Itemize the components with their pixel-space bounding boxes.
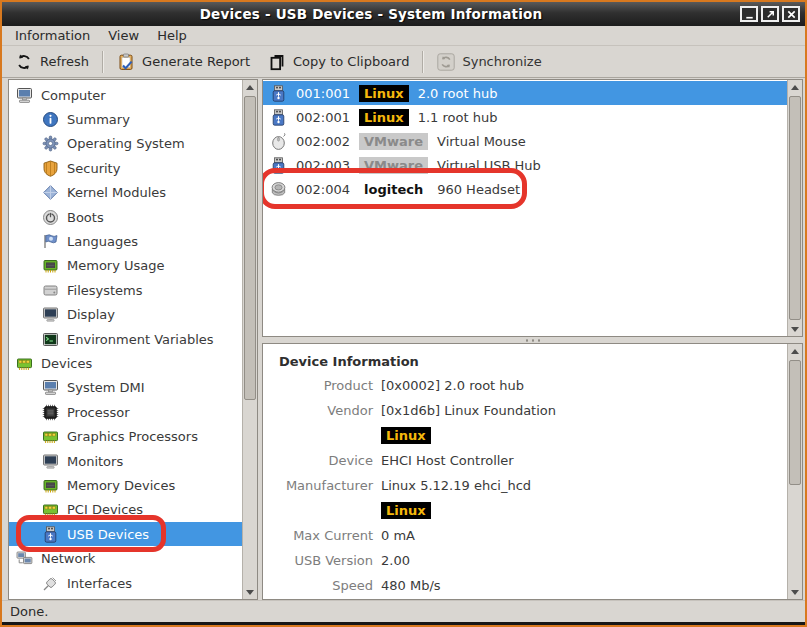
sidebar-item-devices[interactable]: Devices [9,351,242,375]
sidebar-item-label: Memory Devices [67,478,175,493]
info-row-manufacturer: ManufacturerLinux 5.12.19 ehci_hcd [263,473,787,498]
sidebar-item-label: Kernel Modules [67,185,166,200]
scroll-track[interactable] [788,94,802,322]
computer-icon [16,87,33,104]
scroll-thumb[interactable] [244,96,256,400]
sidebar-item-boots[interactable]: Boots [9,205,242,229]
toolbar-button-label: Copy to Clipboard [293,54,409,69]
sidebar-item-label: PCI Devices [67,502,143,517]
computer-icon [42,379,59,396]
sidebar-item-pci-devices[interactable]: PCI Devices [9,498,242,522]
toolbar-separator [102,51,104,73]
sidebar-item-display[interactable]: Display [9,303,242,327]
sidebar-item-processor[interactable]: Processor [9,400,242,424]
sidebar-item-label: Operating System [67,136,185,151]
sidebar-item-languages[interactable]: Languages [9,229,242,253]
toolbar: RefreshGenerate ReportCopy to ClipboardS… [2,46,805,78]
usb-device-name: 2.0 root hub [418,86,498,101]
usb-list-panel: 001:001Linux2.0 root hub002:001Linux1.1 … [262,79,803,337]
usb-list-row-002-001[interactable]: 002:001Linux1.1 root hub [263,105,787,129]
info-row-max-current: Max Current0 mA [263,523,787,548]
mouse-icon [270,133,287,150]
vendor-badge: Linux [381,502,431,519]
toolbar-separator [422,51,424,73]
window-controls [740,6,800,22]
scroll-track[interactable] [788,358,802,585]
minimize-button[interactable] [740,6,758,22]
scroll-down-arrow[interactable] [243,585,257,599]
card-green-icon [16,355,33,372]
usb-list-row-001-001[interactable]: 001:001Linux2.0 root hub [263,81,787,105]
info-field-value: Linux 5.12.19 ehci_hcd [381,478,531,493]
sidebar-item-memory-devices[interactable]: Memory Devices [9,473,242,497]
usb-device-list: 001:001Linux2.0 root hub002:001Linux1.1 … [263,80,787,336]
sidebar-item-label: Boots [67,210,104,225]
info-scrollbar[interactable] [787,344,802,599]
menu-help[interactable]: Help [148,27,196,44]
menu-view[interactable]: View [99,27,148,44]
sidebar-item-security[interactable]: Security [9,156,242,180]
shield-icon [42,160,59,177]
refresh-button[interactable]: Refresh [6,48,98,76]
sidebar-item-graphics-processors[interactable]: Graphics Processors [9,424,242,448]
sidebar-item-kernel-modules[interactable]: Kernel Modules [9,181,242,205]
status-text: Done. [10,604,48,619]
sidebar-item-summary[interactable]: Summary [9,107,242,131]
sidebar-item-filesystems[interactable]: Filesystems [9,278,242,302]
device-info-rows: Product[0x0002] 2.0 root hubVendor[0x1d6… [263,373,787,598]
sync-icon [437,53,455,71]
usb-list-row-002-003[interactable]: 002:003VMwareVirtual USB Hub [263,153,787,177]
window-bottom-strip [2,622,805,625]
sidebar-item-system-dmi[interactable]: System DMI [9,376,242,400]
info-badge-row: Linux [263,498,787,523]
title-bar[interactable]: Devices - USB Devices - System Informati… [2,2,805,26]
sidebar-item-label: Graphics Processors [67,429,198,444]
info-field-value: [0x1d6b] Linux Foundation [381,403,556,418]
info-field-label: Product [263,378,373,393]
sidebar-item-label: Memory Usage [67,258,165,273]
sidebar-item-interfaces[interactable]: Interfaces [9,571,242,595]
sidebar-item-label: Display [67,307,115,322]
usb-device-id: 002:003 [296,158,350,173]
scroll-thumb[interactable] [789,96,801,320]
diamond-icon [42,184,59,201]
info-row-product: Product[0x0002] 2.0 root hub [263,373,787,398]
menu-information[interactable]: Information [6,27,99,44]
maximize-button[interactable] [761,6,779,22]
generate-report-button[interactable]: Generate Report [108,48,259,76]
scroll-down-arrow[interactable] [788,322,802,336]
sidebar-item-usb-devices[interactable]: USB Devices [9,522,242,546]
sidebar-item-environment-variables[interactable]: Environment Variables [9,327,242,351]
scroll-up-arrow[interactable] [788,80,802,94]
sidebar-item-monitors[interactable]: Monitors [9,449,242,473]
vendor-badge: VMware [359,157,428,174]
refresh-icon [15,53,33,71]
toolbar-button-label: Synchronize [462,54,541,69]
vendor-badge: Linux [359,109,409,126]
close-button[interactable] [782,6,800,22]
device-info-header: Device Information [263,351,787,373]
scroll-down-arrow[interactable] [788,585,802,599]
usb-list-scrollbar[interactable] [787,80,802,336]
right-column: 001:001Linux2.0 root hub002:001Linux1.1 … [262,79,803,600]
sidebar-item-computer[interactable]: Computer [9,83,242,107]
sidebar-item-partial[interactable] [9,595,242,599]
sidebar-item-operating-system[interactable]: Operating System [9,132,242,156]
synchronize-button[interactable]: Synchronize [428,48,550,76]
sidebar-item-network[interactable]: Network [9,546,242,570]
monitor-icon [42,453,59,470]
scroll-up-arrow[interactable] [243,80,257,94]
chip-green-icon [42,477,59,494]
sidebar-scrollbar[interactable] [242,80,257,599]
scroll-up-arrow[interactable] [788,344,802,358]
sidebar-item-label: Security [67,161,120,176]
plug-icon [42,575,59,592]
sidebar-item-memory-usage[interactable]: Memory Usage [9,254,242,278]
copy-to-clipboard-button[interactable]: Copy to Clipboard [259,48,418,76]
usb-list-row-002-002[interactable]: 002:002VMwareVirtual Mouse [263,129,787,153]
info-field-value: 480 Mb/s [381,578,441,593]
scroll-thumb[interactable] [789,360,801,485]
scroll-track[interactable] [243,94,257,585]
info-badge-row: Linux [263,423,787,448]
usb-list-row-002-004[interactable]: 002:004logitech960 Headset [263,177,787,201]
